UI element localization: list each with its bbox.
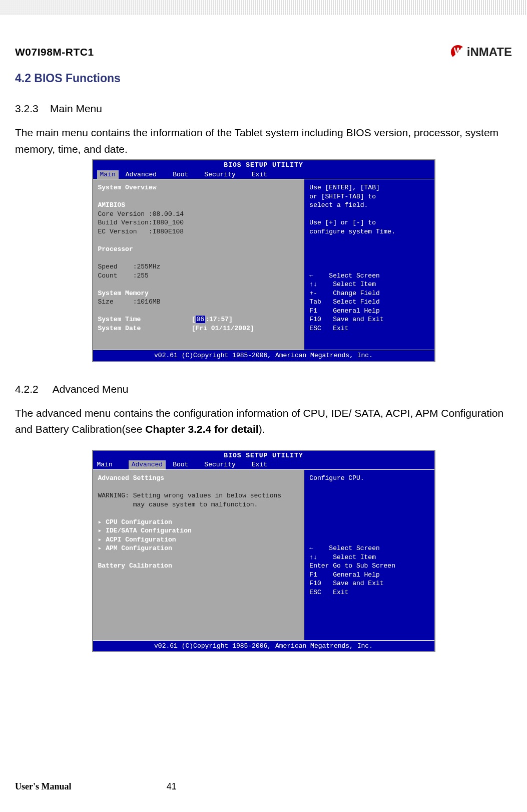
bios-tabs: Main Advanced Boot Security Exit bbox=[93, 460, 434, 469]
tab-main[interactable]: Main bbox=[97, 170, 119, 179]
tab-exit[interactable]: Exit bbox=[252, 170, 276, 179]
nav-keys: ← Select Screen ↑↓ Select Item Enter Go … bbox=[309, 545, 395, 596]
tab-main[interactable]: Main bbox=[97, 460, 122, 469]
brand-logo: iNMATE bbox=[451, 45, 512, 59]
tab-boot[interactable]: Boot bbox=[173, 170, 197, 179]
item-cpu-config[interactable]: ▸ CPU Configuration bbox=[98, 518, 172, 526]
bios-right-pane: Use [ENTER], [TAB] or [SHIFT-TAB] to sel… bbox=[304, 179, 434, 350]
help-configure-cpu: Configure CPU. bbox=[309, 474, 364, 482]
help-select-field: Use [ENTER], [TAB] or [SHIFT-TAB] to sel… bbox=[309, 184, 379, 209]
label-advanced-settings: Advanced Settings bbox=[98, 474, 165, 482]
bios-footer: v02.61 (C)Copyright 1985-2006, American … bbox=[93, 640, 434, 652]
footer-label-text: User's Manual bbox=[15, 781, 72, 791]
label-system-overview: System Overview bbox=[98, 184, 157, 191]
system-time-hours[interactable]: 06 bbox=[196, 316, 206, 323]
subsection-number: 4.2.2 bbox=[15, 383, 39, 395]
subsection-number: 3.2.3 bbox=[15, 103, 39, 114]
bios-right-pane: Configure CPU. ← Select Screen ↑↓ Select… bbox=[304, 470, 434, 640]
value-core-version: Core Version :08.00.14 bbox=[98, 210, 184, 218]
section-heading: 4.2 BIOS Functions bbox=[15, 72, 512, 85]
tab-boot[interactable]: Boot bbox=[173, 460, 197, 469]
footer-label: User's Manual bbox=[15, 781, 72, 792]
label-system-time: System Time bbox=[98, 316, 141, 323]
item-battery-calibration[interactable]: Battery Calibration bbox=[98, 562, 172, 570]
p2-chapter-ref: Chapter 3.2.4 for detail bbox=[145, 423, 258, 435]
value-speed: Speed :255MHz bbox=[98, 263, 161, 270]
value-count: Count :255 bbox=[98, 272, 149, 280]
value-mem-size: Size :1016MB bbox=[98, 298, 161, 306]
tab-exit[interactable]: Exit bbox=[252, 460, 276, 469]
bios-main-screenshot: BIOS SETUP UTILITY Main Advanced Boot Se… bbox=[92, 159, 435, 362]
top-dither-border bbox=[0, 0, 527, 15]
page-footer: User's Manual 41 bbox=[15, 781, 512, 792]
warning-text: WARNING: Setting wrong values in below s… bbox=[98, 492, 282, 508]
label-system-memory: System Memory bbox=[98, 290, 149, 297]
system-time-rest[interactable]: :17:57] bbox=[205, 316, 233, 323]
label-processor: Processor bbox=[98, 245, 133, 253]
brand-name: iNMATE bbox=[467, 45, 512, 59]
bios-title: BIOS SETUP UTILITY bbox=[93, 160, 434, 170]
subsection-323: 3.2.3 Main Menu bbox=[15, 103, 512, 115]
tab-security[interactable]: Security bbox=[204, 170, 244, 179]
bios-left-pane: System Overview AMIBIOS Core Version :08… bbox=[93, 179, 305, 350]
value-ec-version: EC Version :I880E108 bbox=[98, 228, 184, 235]
tab-advanced[interactable]: Advanced bbox=[129, 460, 166, 469]
brand-logo-mark bbox=[451, 45, 465, 59]
subsection-title: Advanced Menu bbox=[53, 383, 129, 395]
model-code: W07I98M-RTC1 bbox=[15, 46, 94, 58]
paragraph-advanced-menu: The advanced menu contains the configura… bbox=[15, 405, 512, 438]
page-header: W07I98M-RTC1 iNMATE bbox=[15, 45, 512, 59]
tab-security[interactable]: Security bbox=[204, 460, 244, 469]
item-acpi-config[interactable]: ▸ ACPI Configuration bbox=[98, 536, 176, 544]
bios-title: BIOS SETUP UTILITY bbox=[93, 451, 434, 461]
item-apm-config[interactable]: ▸ APM Configuration bbox=[98, 545, 172, 552]
paragraph-main-menu: The main menu contains the information o… bbox=[15, 125, 512, 157]
subsection-422: 4.2.2 Advanced Menu bbox=[15, 383, 512, 395]
label-system-date: System Date bbox=[98, 325, 141, 332]
system-time-bracket-open: [ bbox=[192, 316, 196, 323]
nav-keys: ← Select Screen ↑↓ Select Item +- Change… bbox=[309, 272, 383, 332]
label-amibios: AMIBIOS bbox=[98, 201, 126, 209]
bios-footer: v02.61 (C)Copyright 1985-2006, American … bbox=[93, 350, 434, 361]
p2-text-c: ). bbox=[259, 423, 265, 435]
help-configure-time: Use [+] or [-] to configure system Time. bbox=[309, 219, 395, 235]
bios-advanced-screenshot: BIOS SETUP UTILITY Main Advanced Boot Se… bbox=[92, 450, 435, 653]
page-number: 41 bbox=[167, 781, 177, 792]
bios-left-pane: Advanced Settings WARNING: Setting wrong… bbox=[93, 470, 305, 640]
item-ide-sata-config[interactable]: ▸ IDE/SATA Configuration bbox=[98, 527, 192, 534]
bios-tabs: Main Advanced Boot Security Exit bbox=[93, 170, 434, 179]
value-build-version: Build Version:I880_100 bbox=[98, 219, 184, 226]
tab-advanced[interactable]: Advanced bbox=[126, 170, 166, 179]
system-date-value[interactable]: [Fri 01/11/2002] bbox=[192, 325, 254, 332]
subsection-title: Main Menu bbox=[50, 103, 102, 114]
